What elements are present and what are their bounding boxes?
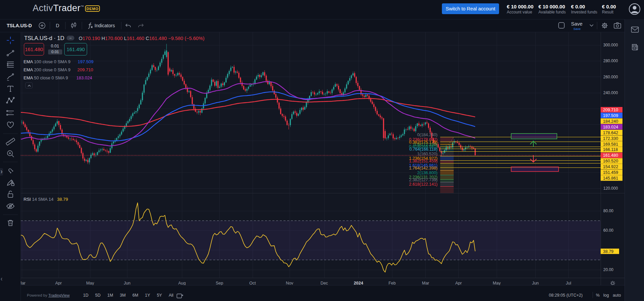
svg-text:Mar: Mar (422, 281, 429, 285)
svg-text:1(160.520): 1(160.520) (417, 152, 438, 156)
svg-text:161.480: 161.480 (603, 153, 618, 158)
svg-text:2(136.800): 2(136.800) (417, 171, 438, 175)
svg-text:60.00: 60.00 (603, 228, 613, 233)
svg-text:154.922: 154.922 (603, 164, 618, 169)
svg-text:280.000: 280.000 (603, 59, 618, 63)
svg-text:Apr: Apr (55, 281, 62, 285)
svg-text:Jun: Jun (124, 281, 130, 285)
svg-text:209.710: 209.710 (603, 108, 618, 112)
svg-text:Sep: Sep (216, 281, 223, 285)
svg-text:166.118: 166.118 (603, 147, 618, 152)
svg-text:Dec: Dec (320, 281, 328, 285)
svg-text:1.382(151.459): 1.382(151.459) (409, 159, 438, 163)
svg-text:145.861: 145.861 (603, 176, 618, 181)
svg-text:0.764(166.118): 0.764(166.118) (409, 147, 438, 152)
svg-text:169.581: 169.581 (603, 142, 618, 147)
svg-text:172.330: 172.330 (603, 136, 618, 141)
svg-text:183.024: 183.024 (603, 125, 618, 129)
svg-text:May: May (86, 281, 94, 285)
svg-text:Mar: Mar (21, 281, 26, 285)
svg-text:Oct: Oct (249, 281, 256, 285)
svg-text:300.000: 300.000 (603, 43, 618, 47)
svg-text:Nov: Nov (286, 281, 294, 285)
svg-text:151.459: 151.459 (603, 170, 618, 175)
svg-text:2.618(122.141): 2.618(122.141) (409, 182, 438, 187)
svg-text:Feb: Feb (388, 281, 396, 285)
svg-text:260.000: 260.000 (603, 75, 618, 79)
svg-text:20.00: 20.00 (603, 267, 613, 272)
svg-text:197.509: 197.509 (603, 113, 618, 118)
svg-text:2.382(127.739): 2.382(127.739) (409, 178, 438, 182)
svg-text:178.642: 178.642 (603, 130, 618, 135)
svg-text:184.240: 184.240 (603, 119, 618, 124)
svg-text:May: May (493, 281, 501, 285)
svg-text:38.79: 38.79 (603, 249, 613, 254)
svg-text:120.000: 120.000 (603, 186, 618, 191)
svg-text:Jun: Jun (532, 281, 539, 285)
svg-text:80.00: 80.00 (603, 209, 613, 213)
svg-text:1.764(142.398): 1.764(142.398) (409, 166, 438, 171)
svg-text:2024: 2024 (354, 281, 363, 285)
svg-text:Apr: Apr (455, 281, 462, 285)
svg-text:Aug: Aug (178, 281, 186, 285)
svg-text:0(184.240): 0(184.240) (417, 133, 438, 137)
svg-text:Jul: Jul (566, 281, 571, 285)
svg-text:160.520: 160.520 (603, 159, 618, 163)
svg-text:240.000: 240.000 (603, 90, 618, 95)
